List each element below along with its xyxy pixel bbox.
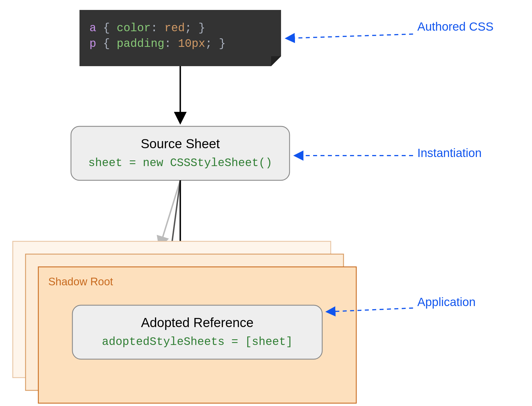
code-brace: {	[96, 22, 117, 35]
source-sheet-title: Source Sheet	[141, 136, 220, 151]
code-value: 10px	[178, 37, 205, 50]
code-selector: a	[89, 22, 96, 35]
code-colon: :	[164, 37, 178, 50]
annotation-instantiation: Instantiation	[295, 146, 482, 160]
annotation-authored-css: Authored CSS	[287, 20, 494, 38]
code-prop: padding	[117, 37, 164, 50]
adopted-reference-code: adoptedStyleSheets = [sheet]	[102, 336, 293, 348]
source-sheet-box: Source Sheet sheet = new CSSStyleSheet()	[71, 126, 290, 180]
svg-text:p { padding: 10px; }: p { padding: 10px; }	[89, 37, 226, 50]
svg-text:Instantiation: Instantiation	[417, 146, 482, 160]
code-brace: ; }	[185, 22, 205, 35]
svg-rect-2	[71, 126, 290, 180]
code-brace: ; }	[205, 37, 226, 50]
code-block: a { color: red; } p { padding: 10px; }	[79, 10, 281, 66]
code-selector: p	[89, 37, 96, 50]
adopted-reference-title: Adopted Reference	[141, 315, 254, 330]
svg-line-6	[287, 34, 413, 38]
code-brace: {	[96, 37, 117, 50]
arrow-split-faded2	[160, 180, 180, 246]
svg-text:Application: Application	[417, 295, 476, 309]
svg-rect-4	[72, 305, 322, 359]
source-sheet-code: sheet = new CSSStyleSheet()	[88, 157, 272, 169]
svg-text:Authored CSS: Authored CSS	[417, 20, 494, 33]
svg-text:a { color: red; }: a { color: red; }	[89, 22, 205, 35]
adopted-reference-box: Adopted Reference adoptedStyleSheets = […	[72, 305, 322, 359]
shadow-root-card-front: Shadow Root Adopted Reference adoptedSty…	[38, 267, 356, 403]
code-colon: :	[151, 22, 164, 35]
code-value: red	[164, 22, 185, 35]
code-prop: color	[117, 22, 151, 35]
shadow-root-label: Shadow Root	[48, 276, 113, 288]
